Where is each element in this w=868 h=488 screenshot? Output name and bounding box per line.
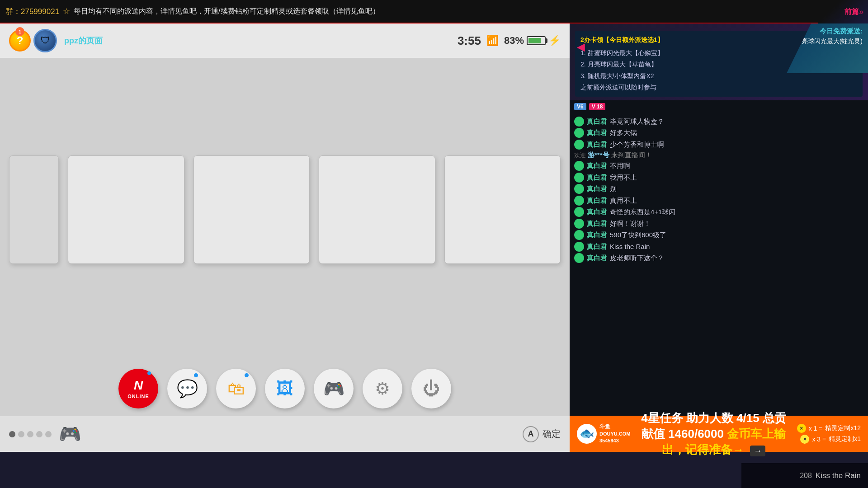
confirm-button[interactable]: A 确定 (523, 426, 561, 442)
chat-avatar-11 (574, 242, 584, 252)
page-name: ppz的页面 (64, 35, 103, 46)
chat-content-9: 好啊！谢谢！ (610, 219, 651, 229)
game-btn[interactable]: 🎮 (314, 369, 354, 408)
qq-group-label: 群：275999021 (5, 6, 59, 17)
avatar-question[interactable]: ? 1 (9, 30, 31, 52)
prev-label[interactable]: 前篇 » (818, 0, 868, 23)
battery-percent: 83% (504, 35, 524, 47)
game-grid (0, 58, 570, 361)
game-area: ? 1 🛡 ppz的页面 3:55 📶 83% ⚡ (0, 23, 570, 452)
page-dot-2 (18, 431, 24, 437)
music-bar: 208 Kiss the Rain (741, 463, 868, 488)
chat-avatar-0 (574, 117, 584, 127)
page-dot-5 (45, 431, 52, 437)
game-thumbnail-0[interactable] (9, 155, 59, 264)
chat-name-0: 真白君 (587, 117, 607, 127)
badge-row: V6 V 18 (570, 100, 868, 113)
chat-header: ◄ 今日免费派送: 月亮球闪光最大(蛀光灵) 2办卡领【今日额外派送选1】 1.… (570, 23, 868, 100)
settings-icon: ⚙ (375, 379, 390, 399)
wifi-icon: 📶 (486, 35, 499, 47)
chat-content-10: 590了快到600级了 (610, 230, 666, 240)
stream-rewards: × x 1 = 精灵定制x12 × x 3 = 精灵定制x1 (797, 424, 861, 444)
settings-btn[interactable]: ⚙ (363, 369, 402, 408)
reward-coin-0: × (797, 424, 806, 433)
chat-content-0: 毕竟阿球人物盒？ (610, 117, 664, 127)
chat-content-11: Kiss the Rain (610, 242, 650, 252)
chat-message-1: 真白君 好多大锅 (574, 128, 863, 138)
lightning-icon: ⚡ (548, 35, 561, 47)
page-dot-4 (36, 431, 42, 437)
chat-message-8: 真白君 奇怪的东西是4+1球闪 (574, 207, 863, 217)
badge-v6: V6 (574, 103, 586, 110)
nav-icons: N ONLINE 💬 🛍 🖼 🎮 ⚙ ⏻ (0, 361, 570, 416)
page-dots (9, 431, 52, 437)
stream-bar: 🐟 斗鱼 DOUYU.COM 3545943 4星任务 助力人数 4/15 总贡… (570, 416, 868, 452)
chat-name-7: 真白君 (587, 196, 607, 206)
reward-desc-1: 精灵定制x1 (829, 435, 861, 443)
stream-mission: 4星任务 助力人数 4/15 总贡献值 1460/6000 金币车上输出，记得准… (637, 410, 789, 458)
chat-name-6: 真白君 (587, 184, 607, 194)
chat-content-1: 好多大锅 (610, 128, 637, 138)
page-dot-1 (9, 431, 15, 437)
chat-avatar-1 (574, 128, 584, 138)
chat-name-5: 真白君 (587, 173, 607, 183)
chat-message-12: 真白君 皮老师听下这个？ (574, 253, 863, 263)
shop-btn[interactable]: 🛍 (216, 369, 256, 408)
chat-enter-msg: 欢迎 游***号 来到直播间！ (574, 151, 863, 160)
power-icon: ⏻ (423, 379, 440, 399)
chat-message-7: 真白君 真用不上 (574, 196, 863, 206)
album-btn[interactable]: 🖼 (265, 369, 305, 408)
messages-dot (194, 373, 198, 377)
douyu-text: 斗鱼 DOUYU.COM 3545943 (599, 423, 630, 445)
game-thumbnail-3[interactable] (319, 155, 435, 264)
nintendo-online-btn[interactable]: N ONLINE (118, 369, 158, 408)
top-banner: 前篇 » 群：275999021 ☆ 每日均有不同的派送内容，详情见鱼吧，开通/… (0, 0, 868, 23)
game-status-bar: 3:55 📶 83% ⚡ (458, 34, 561, 48)
reward-multiplier-0: x 1 = (809, 425, 823, 432)
chat-avatar-5 (574, 173, 584, 183)
gamepad-icon: 🎮 (323, 379, 344, 399)
chat-content-8: 奇怪的东西是4+1球闪 (610, 207, 675, 217)
music-track-number: 208 (800, 472, 812, 480)
corner-title: 今日免费派送: (820, 27, 863, 36)
shop-icon: 🛍 (227, 379, 245, 399)
avatar-shield-img[interactable]: 🛡 (33, 29, 57, 52)
chat-name-4: 真白君 (587, 161, 607, 171)
mission-arrow: → (750, 446, 765, 456)
douyu-logo: 🐟 斗鱼 DOUYU.COM 3545943 (577, 423, 630, 445)
chat-avatar-9 (574, 219, 584, 229)
chat-name-8: 真白君 (587, 207, 607, 217)
game-footer: 🎮 A 确定 (0, 416, 570, 452)
nintendo-online-text: ONLINE (127, 394, 149, 399)
game-thumbnail-1[interactable] (68, 155, 184, 264)
banner-main-text: 每日均有不同的派送内容，详情见鱼吧，开通/续费钻粉可定制精灵或选套餐领取（详情见… (74, 7, 850, 16)
reward-desc-0: 精灵定制x12 (825, 424, 861, 432)
time-display: 3:55 (458, 34, 481, 48)
star-icon: ☆ (63, 6, 70, 16)
badge-v18: V 18 (589, 103, 606, 110)
notification-dot (147, 371, 151, 375)
chat-avatar-12 (574, 253, 584, 263)
music-track-name: Kiss the Rain (816, 471, 861, 480)
chat-name-10: 真白君 (587, 230, 607, 240)
chat-message-10: 真白君 590了快到600级了 (574, 230, 863, 240)
chat-content-5: 我用不上 (610, 173, 637, 183)
chat-panel: ◄ 今日免费派送: 月亮球闪光最大(蛀光灵) 2办卡领【今日额外派送选1】 1.… (570, 23, 868, 452)
game-thumbnail-4[interactable] (444, 155, 561, 264)
messages-btn[interactable]: 💬 (167, 369, 207, 408)
enter-name: 游***号 (588, 151, 609, 160)
chat-avatar-10 (574, 230, 584, 240)
game-thumbnail-2[interactable] (193, 155, 310, 264)
chat-content-4: 不用啊 (610, 161, 630, 171)
reward-coin-1: × (800, 435, 809, 444)
mission-item-4: 之前额外派送可以随时参与 (580, 82, 857, 93)
power-btn[interactable]: ⏻ (411, 369, 451, 408)
reward-item-0: × x 1 = 精灵定制x12 (797, 424, 861, 433)
chat-content-2: 少个芳香和博士啊 (610, 140, 664, 150)
avatar-badge-count: 1 (15, 27, 24, 36)
left-arrow-deco: ◄ (574, 39, 588, 55)
chat-message-4: 真白君 不用啊 (574, 161, 863, 171)
chat-avatar-2 (574, 140, 584, 150)
chat-name-2: 真白君 (587, 140, 607, 150)
chat-content-7: 真用不上 (610, 196, 637, 206)
